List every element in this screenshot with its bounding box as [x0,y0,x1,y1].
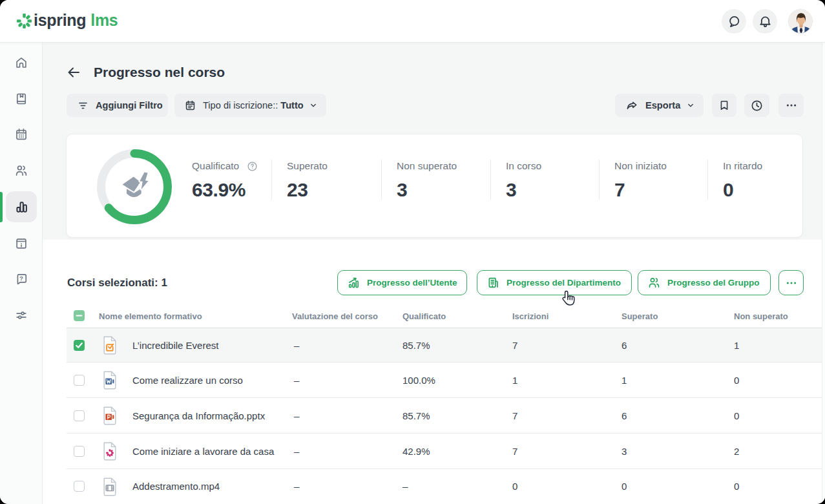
svg-text:?: ? [19,275,23,282]
